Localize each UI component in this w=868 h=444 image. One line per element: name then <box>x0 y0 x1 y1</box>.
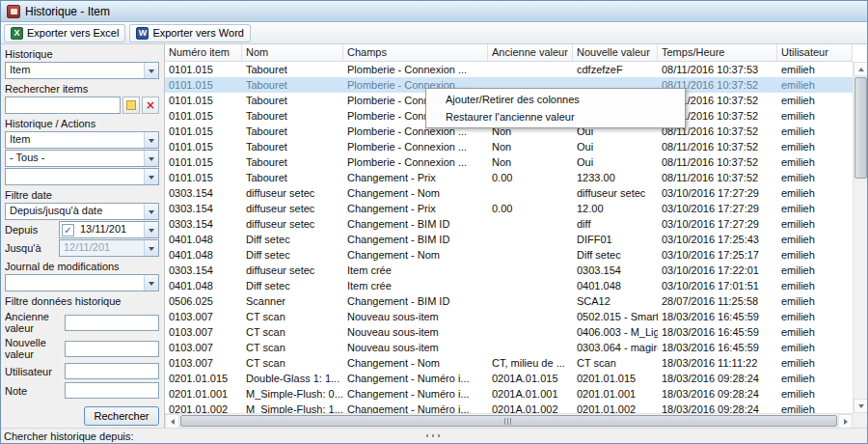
export-excel-label: Exporter vers Excel <box>27 27 119 39</box>
clear-search-icon: × <box>146 99 155 111</box>
dropdown-arrow-icon[interactable] <box>144 169 158 184</box>
depuis-label: Depuis <box>5 224 59 236</box>
cell-nom: Tabouret <box>242 108 343 124</box>
splitter-grip-icon[interactable] <box>426 434 442 437</box>
table-row[interactable]: 0101.015 Tabouret Plomberie - Connexion … <box>165 154 853 170</box>
column-header[interactable]: Nouvelle valeur <box>573 44 658 62</box>
column-header[interactable]: Utilisateur <box>777 44 853 62</box>
actions-combo-1[interactable]: Item <box>5 131 159 149</box>
table-row[interactable]: 0101.015 Tabouret Plomberie - Connexion … <box>165 139 853 154</box>
vertical-scrollbar[interactable] <box>853 62 867 413</box>
cell-nom: Tabouret <box>242 170 343 185</box>
cell-utilisateur: emilieh <box>777 77 853 93</box>
table-row[interactable]: 0303.154 diffuseur setec Changement - BI… <box>165 216 853 232</box>
horizontal-scroll-thumb[interactable] <box>180 415 837 427</box>
rechercher-button[interactable]: Rechercher <box>84 406 159 426</box>
table-row[interactable]: 0401.048 Diff setec Item crée 0401.048 0… <box>165 278 853 293</box>
cell-utilisateur: emilieh <box>777 293 853 309</box>
dropdown-arrow-icon[interactable] <box>144 222 158 237</box>
column-header[interactable]: Temps/Heure <box>658 44 777 62</box>
cell-numero-item: 0101.015 <box>165 108 242 124</box>
dropdown-arrow-icon[interactable] <box>144 151 158 166</box>
dropdown-arrow-icon[interactable] <box>144 132 158 148</box>
table-row[interactable]: 0506.025 Scanner Changement - BIM ID SCA… <box>165 293 853 309</box>
cell-temps-heure: 03/10/2016 17:01:51 <box>658 278 777 293</box>
cell-champs: Plomberie - Connexion ... <box>343 154 488 170</box>
table-row[interactable]: 0401.048 Diff setec Changement - BIM ID … <box>165 232 853 247</box>
utilisateur-input[interactable] <box>65 363 159 379</box>
context-menu-item[interactable]: Restaurer l'ancienne valeur <box>428 108 683 125</box>
cell-nouvelle-valeur: 1233.00 <box>573 170 658 185</box>
dropdown-arrow-icon[interactable] <box>144 63 158 78</box>
filtre-date-combo[interactable]: Depuis/jusqu'à date <box>5 203 159 220</box>
cell-nouvelle-valeur: cdfzefzeF <box>573 62 658 77</box>
dropdown-arrow-icon[interactable] <box>144 275 158 291</box>
rechercher-items-label: Rechercher items <box>5 83 159 96</box>
vertical-scroll-thumb[interactable] <box>854 77 867 179</box>
jusqua-label: Jusqu'à <box>5 242 59 254</box>
column-header[interactable]: Ancienne valeur <box>488 44 573 62</box>
depuis-date-picker[interactable]: ✓ 13/11/201 <box>59 221 159 238</box>
cell-champs: Changement - BIM ID <box>343 232 488 247</box>
cell-utilisateur: emilieh <box>777 247 853 263</box>
context-menu-item[interactable]: Ajouter/Retirer des colonnes <box>428 91 683 108</box>
table-row[interactable]: 0103.007 CT scan Nouveau sous-item 0303.… <box>165 340 853 355</box>
cell-utilisateur: emilieh <box>777 124 853 139</box>
table-row[interactable]: 0101.015 Tabouret Plomberie - Connexion … <box>165 62 853 77</box>
scroll-left-arrow-icon[interactable] <box>165 414 179 428</box>
export-word-button[interactable]: W Exporter vers Word <box>129 24 251 42</box>
nouvelle-valeur-input[interactable] <box>65 341 159 357</box>
table-row[interactable]: 0201.01.002 M_Simple-Flush: 1... Changem… <box>165 402 853 413</box>
table-row[interactable]: 0103.007 CT scan Nouveau sous-item 0406.… <box>165 324 853 340</box>
cell-utilisateur: emilieh <box>777 402 853 413</box>
cell-temps-heure: 03/10/2016 17:25:43 <box>658 232 777 247</box>
cell-ancienne-valeur: 0.00 <box>488 201 573 216</box>
actions-combo-3[interactable] <box>5 168 159 185</box>
dropdown-arrow-icon[interactable] <box>144 240 158 256</box>
cell-temps-heure: 08/11/2016 10:37:52 <box>658 139 777 154</box>
clear-search-button[interactable]: × <box>142 97 159 114</box>
cell-ancienne-valeur <box>488 62 573 77</box>
table-row[interactable]: 0103.007 CT scan Nouveau sous-item 0502.… <box>165 309 853 324</box>
depuis-checkbox[interactable]: ✓ <box>62 224 74 236</box>
table-row[interactable]: 0201.01.015 Double-Glass 1: 1... Changem… <box>165 371 853 386</box>
table-row[interactable]: 0101.015 Tabouret Changement - Prix 0.00… <box>165 170 853 185</box>
journal-combo[interactable] <box>5 274 159 291</box>
cell-nom: Tabouret <box>242 62 343 77</box>
cell-utilisateur: emilieh <box>777 278 853 293</box>
actions-combo-2[interactable]: - Tous - <box>5 150 159 167</box>
journal-label: Journal de modifications <box>5 261 159 273</box>
cell-champs: Changement - Nom <box>343 247 488 263</box>
export-excel-button[interactable]: X Exporter vers Excel <box>4 24 125 42</box>
item-picker-button[interactable] <box>122 97 140 114</box>
cell-nom: Double-Glass 1: 1... <box>242 371 343 386</box>
column-header[interactable]: Champs <box>343 44 488 62</box>
ancienne-valeur-input[interactable] <box>65 315 159 331</box>
table-row[interactable]: 0103.007 CT scan Changement - Nom CT, mi… <box>165 355 853 371</box>
app-icon[interactable] <box>7 5 20 18</box>
table-row[interactable]: 0303.154 diffuseur setec Changement - Pr… <box>165 201 853 216</box>
table-row[interactable]: 0303.154 diffuseur setec Changement - No… <box>165 185 853 201</box>
note-input[interactable] <box>65 382 159 399</box>
cell-temps-heure: 18/03/2016 16:45:59 <box>658 309 777 324</box>
cell-temps-heure: 18/03/2016 16:45:59 <box>658 324 777 340</box>
table-row[interactable]: 0401.048 Diff setec Changement - Nom Dif… <box>165 247 853 263</box>
cell-nouvelle-valeur: 0201.01.001 <box>573 386 658 402</box>
scroll-down-arrow-icon[interactable] <box>854 399 867 413</box>
cell-nom: Diff setec <box>242 247 343 263</box>
cell-ancienne-valeur: 0201A.01.002 <box>488 402 573 413</box>
titlebar: Historique - Item <box>1 1 867 22</box>
historique-combo[interactable]: Item <box>5 62 159 79</box>
horizontal-scrollbar[interactable] <box>165 413 853 428</box>
cell-nom: CT scan <box>242 324 343 340</box>
table-row[interactable]: 0201.01.001 M_Simple-Flush: 0... Changem… <box>165 386 853 402</box>
column-header[interactable]: Nom <box>242 44 343 62</box>
scroll-right-arrow-icon[interactable] <box>838 414 853 428</box>
jusqua-date-picker[interactable]: 12/11/201 <box>59 239 159 257</box>
search-items-input[interactable] <box>5 97 121 114</box>
column-header[interactable]: Numéro item <box>165 44 242 62</box>
cell-ancienne-valeur <box>488 232 573 247</box>
scroll-up-arrow-icon[interactable] <box>854 62 867 76</box>
dropdown-arrow-icon[interactable] <box>144 204 158 219</box>
table-row[interactable]: 0303.154 diffuseur setec Item crée 0303.… <box>165 263 853 278</box>
